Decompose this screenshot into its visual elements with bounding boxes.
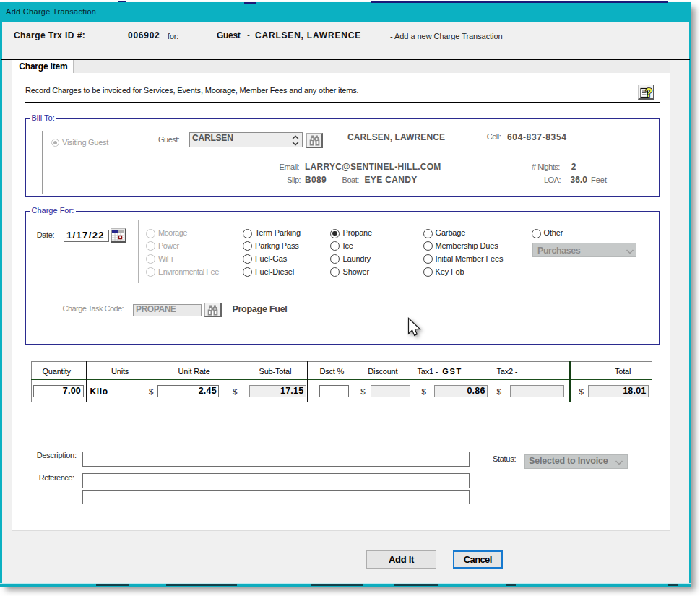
svg-text:?: ? xyxy=(645,85,652,99)
